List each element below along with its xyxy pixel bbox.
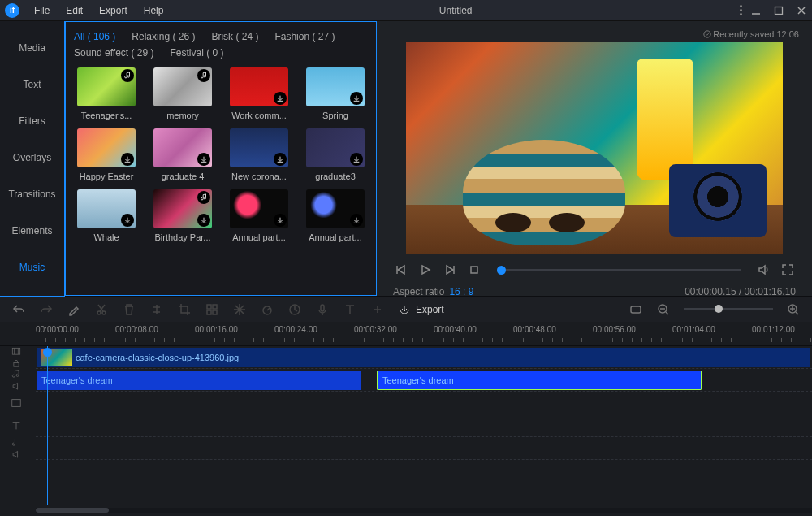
category-brisk[interactable]: Brisk ( 24 )	[211, 28, 258, 45]
playhead[interactable]	[47, 346, 48, 505]
split-button[interactable]	[149, 302, 164, 317]
sidebar-item-media[interactable]: Media	[0, 29, 64, 66]
zoom-out-button[interactable]	[656, 302, 671, 317]
category-all[interactable]: All ( 106 )	[74, 28, 115, 45]
video-clip[interactable]: cafe-camera-classic-close-up-413960.jpg	[37, 348, 810, 367]
duration-button[interactable]	[287, 302, 302, 317]
prev-button[interactable]	[393, 262, 409, 278]
sidebar-item-transitions[interactable]: Transitions	[0, 176, 64, 212]
download-icon[interactable]	[350, 92, 363, 105]
menu-help[interactable]: Help	[136, 5, 172, 16]
sidebar-item-music[interactable]: Music	[0, 249, 64, 285]
category-sound-effect[interactable]: Sound effect ( 29 )	[74, 45, 154, 61]
mute-icon[interactable]	[11, 381, 22, 392]
thumbnail[interactable]	[306, 189, 365, 228]
ruler-tick: 00:00:48.00	[513, 325, 556, 334]
thumbnail-label: Annual part...	[304, 232, 367, 242]
more-icon[interactable]	[740, 5, 742, 15]
speed-button[interactable]	[260, 302, 274, 317]
overlay-track[interactable]	[36, 392, 812, 414]
download-icon[interactable]	[274, 153, 287, 166]
sidebar-item-filters[interactable]: Filters	[0, 102, 64, 139]
mosaic-button[interactable]	[205, 302, 219, 317]
crop-button[interactable]	[177, 302, 192, 317]
freeze-button[interactable]	[232, 302, 247, 317]
thumbnail[interactable]	[230, 189, 288, 228]
check-icon	[703, 30, 711, 38]
sidebar-item-elements[interactable]: Elements	[0, 212, 64, 249]
thumb-item: Teenager's...	[74, 67, 139, 120]
menu-file[interactable]: File	[26, 5, 58, 16]
download-icon[interactable]	[197, 214, 210, 227]
download-icon[interactable]	[274, 92, 287, 105]
maximize-button[interactable]	[773, 5, 784, 16]
detach-button[interactable]	[370, 302, 385, 317]
category-festival[interactable]: Festival ( 0 )	[171, 45, 224, 61]
thumbnail-label: New corona...	[227, 171, 291, 181]
zoom-in-button[interactable]	[786, 302, 801, 317]
redo-button[interactable]	[39, 302, 54, 317]
thumbnail[interactable]	[77, 128, 136, 167]
thumbnail[interactable]	[230, 128, 288, 167]
category-tabs: All ( 106 )Relaxing ( 26 )Brisk ( 24 )Fa…	[74, 28, 368, 61]
stop-button[interactable]	[466, 262, 482, 278]
music-icon	[121, 69, 134, 82]
thumbnail[interactable]	[77, 189, 136, 228]
export-button[interactable]: Export	[398, 303, 444, 316]
playback-controls	[390, 262, 799, 278]
mute-icon[interactable]	[11, 449, 22, 460]
svg-rect-14	[213, 305, 217, 309]
h-scrollbar[interactable]	[0, 505, 812, 516]
category-fashion[interactable]: Fashion ( 27 )	[274, 28, 335, 45]
thumbnail[interactable]	[153, 128, 212, 167]
play-button[interactable]	[417, 262, 434, 278]
download-icon[interactable]	[121, 153, 134, 166]
thumb-item: Spring	[303, 67, 368, 120]
cut-button[interactable]	[94, 302, 109, 317]
aspect-value[interactable]: 16 : 9	[449, 286, 473, 297]
music-track-2[interactable]	[36, 437, 812, 460]
audio-track[interactable]: Teenager's dream Teenager's dream	[36, 369, 812, 392]
video-track[interactable]: cafe-camera-classic-close-up-413960.jpg	[36, 346, 812, 369]
minimize-button[interactable]	[750, 5, 762, 16]
music-icon	[11, 369, 22, 379]
text-button[interactable]	[343, 302, 357, 317]
lock-icon[interactable]	[11, 358, 22, 369]
download-icon[interactable]	[121, 214, 134, 227]
svg-point-12	[102, 311, 106, 314]
download-icon[interactable]	[197, 153, 210, 166]
download-icon[interactable]	[274, 214, 287, 227]
download-icon[interactable]	[350, 214, 363, 227]
text-track[interactable]	[36, 414, 812, 437]
thumbnail[interactable]	[306, 128, 365, 167]
thumbnail[interactable]	[153, 67, 212, 106]
delete-button[interactable]	[122, 302, 136, 317]
sidebar-item-text[interactable]: Text	[0, 66, 64, 102]
fit-button[interactable]	[628, 302, 643, 317]
thumbnail[interactable]	[306, 67, 365, 106]
thumbnail[interactable]	[230, 67, 288, 106]
volume-button[interactable]	[755, 262, 771, 278]
thumbnail[interactable]	[153, 189, 212, 228]
audio-clip-1[interactable]: Teenager's dream	[37, 371, 361, 390]
sidebar-item-overlays[interactable]: Overlays	[0, 139, 64, 176]
voice-button[interactable]	[315, 302, 330, 317]
close-button[interactable]	[796, 5, 807, 16]
image-icon	[11, 397, 22, 409]
preview-frame[interactable]	[406, 42, 783, 254]
thumbnail[interactable]	[77, 67, 136, 106]
edit-button[interactable]	[67, 302, 81, 317]
menu-edit[interactable]: Edit	[58, 5, 91, 16]
zoom-slider[interactable]	[684, 308, 773, 310]
fullscreen-button[interactable]	[780, 262, 796, 278]
audio-clip-2[interactable]: Teenager's dream	[377, 371, 702, 390]
undo-button[interactable]	[11, 302, 26, 317]
ruler-tick: 00:00:56.00	[593, 325, 636, 334]
category-relaxing[interactable]: Relaxing ( 26 )	[132, 28, 195, 45]
seek-slider[interactable]	[497, 269, 741, 271]
time-ruler[interactable]: 00:00:00.0000:00:08.0000:00:16.0000:00:2…	[0, 322, 812, 346]
download-icon[interactable]	[350, 153, 363, 166]
next-button[interactable]	[442, 262, 458, 278]
music-icon	[197, 69, 210, 82]
menu-export[interactable]: Export	[91, 5, 136, 16]
